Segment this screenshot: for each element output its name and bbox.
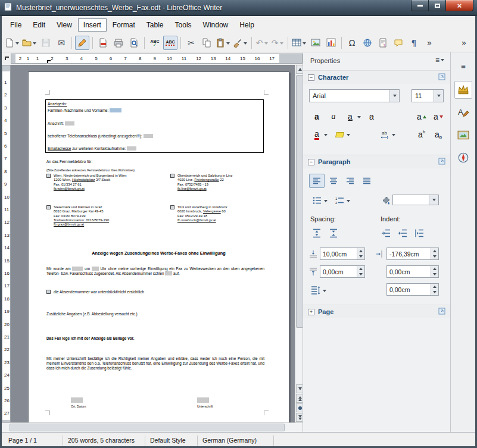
document-page[interactable]: Anzeigerin: Familien-/Nachname und Vorna…	[28, 71, 289, 422]
date-signature-field[interactable]	[71, 397, 83, 403]
checkbox[interactable]	[170, 174, 174, 178]
status-page-style[interactable]: Default Style	[145, 436, 198, 446]
close-button[interactable]: ×	[446, 0, 473, 11]
sidebar-panel-menu-button[interactable]: ≡	[435, 56, 444, 64]
font-color-button[interactable]: a	[309, 127, 329, 142]
print-preview-button[interactable]	[127, 36, 141, 50]
spin-up-button[interactable]	[431, 248, 438, 254]
redo-button[interactable]: ↷	[270, 36, 285, 50]
character-dialog-launcher[interactable]	[438, 73, 445, 82]
formatting-marks-button[interactable]: ¶	[407, 36, 421, 50]
italic-button[interactable]: a	[326, 109, 341, 124]
insert-hyperlink-button[interactable]	[360, 36, 375, 50]
grow-font-button[interactable]: a	[414, 109, 429, 124]
menu-table[interactable]: Table	[141, 18, 169, 32]
open-button[interactable]	[21, 36, 38, 50]
address-field[interactable]	[65, 121, 74, 126]
spin-up-button[interactable]	[431, 284, 438, 290]
auto-spellcheck-button[interactable]: ABC	[163, 36, 177, 50]
tab-properties[interactable]	[454, 81, 472, 99]
horizontal-ruler[interactable]: 211234567891011121314151617	[11, 54, 303, 64]
tab-gallery[interactable]	[454, 126, 472, 144]
phone-field[interactable]	[144, 134, 153, 138]
menu-window[interactable]: Window	[198, 18, 234, 32]
spinner-buttons[interactable]	[431, 266, 438, 277]
checkbox[interactable]	[170, 205, 174, 209]
decrease-indent-button[interactable]	[395, 226, 410, 240]
tab-navigator[interactable]	[454, 149, 472, 167]
font-name-dropdown-button[interactable]	[389, 90, 399, 102]
spinner-buttons[interactable]	[357, 266, 364, 277]
insert-special-character-button[interactable]: Ω	[345, 36, 359, 50]
insert-image-button[interactable]	[308, 36, 323, 50]
menu-view[interactable]: View	[51, 18, 77, 32]
signature-field[interactable]	[197, 397, 209, 403]
spin-down-button[interactable]	[357, 272, 364, 278]
underline-button[interactable]: a	[342, 109, 363, 124]
clone-formatting-button[interactable]	[232, 36, 248, 50]
checkbox[interactable]	[46, 205, 51, 209]
collapse-paragraph-button[interactable]: −	[308, 159, 314, 165]
background-color-dropdown-button[interactable]	[429, 195, 438, 205]
bold-button[interactable]: a	[309, 109, 325, 124]
paragraph-background-button[interactable]	[378, 193, 394, 208]
status-word-count[interactable]: 205 words, 5 characters	[63, 436, 145, 446]
align-right-button[interactable]	[342, 174, 358, 188]
spin-down-button[interactable]	[431, 254, 438, 260]
superscript-button[interactable]: ab	[414, 127, 429, 142]
hanging-indent-button[interactable]	[411, 226, 427, 240]
spinner-buttons[interactable]	[431, 248, 438, 259]
insert-comment-button[interactable]	[391, 36, 406, 50]
document-canvas[interactable]: Anzeigerin: Familien-/Nachname und Vorna…	[11, 65, 295, 422]
minimize-button[interactable]	[411, 0, 429, 11]
spin-down-button[interactable]	[357, 254, 364, 260]
tab-stop-marker[interactable]	[47, 60, 51, 63]
font-size-dropdown-button[interactable]	[434, 90, 443, 102]
title-bar[interactable]: Musterbrief_unerwuenschtes_Werbe_Fax.odt…	[0, 0, 477, 16]
office-email[interactable]: fb.wien@bmvit.gv.at	[54, 187, 126, 191]
before-text-indent-field[interactable]: -176,39cm	[386, 248, 439, 260]
time-field[interactable]	[92, 267, 99, 271]
align-center-button[interactable]	[326, 174, 341, 188]
tab-type-selector[interactable]	[2, 52, 11, 65]
new-document-button[interactable]	[4, 36, 20, 50]
menu-tools[interactable]: Tools	[170, 18, 197, 32]
page-dialog-launcher[interactable]	[438, 308, 445, 316]
menu-format[interactable]: Format	[107, 18, 141, 32]
highlight-color-button[interactable]	[332, 127, 352, 142]
subscript-button[interactable]: ab	[431, 127, 446, 142]
spin-down-button[interactable]	[431, 290, 438, 296]
menu-help[interactable]: Help	[234, 18, 260, 32]
maximize-button[interactable]	[429, 0, 446, 11]
office-email[interactable]: fb.linz@bmvit.gv.at	[177, 187, 232, 191]
name-field[interactable]	[110, 108, 121, 112]
strikethrough-button[interactable]: a	[364, 109, 379, 124]
menu-file[interactable]: File	[5, 18, 27, 32]
insert-footnote-button[interactable]: 1	[376, 36, 390, 50]
after-text-indent-field[interactable]: 0,00cm	[386, 265, 439, 278]
copy-button[interactable]	[199, 36, 214, 50]
align-justify-button[interactable]	[359, 174, 375, 188]
horizontal-scrollbar[interactable]	[2, 422, 303, 432]
decrease-spacing-button[interactable]	[326, 226, 341, 240]
tab-styles[interactable]: A	[454, 104, 472, 121]
horizontal-scrollbar-thumb[interactable]	[10, 424, 285, 431]
sender-number-field[interactable]	[165, 271, 172, 275]
expand-page-button[interactable]: +	[308, 309, 314, 315]
menu-edit[interactable]: Edit	[27, 18, 51, 32]
spin-up-button[interactable]	[431, 266, 438, 272]
email-field[interactable]	[127, 146, 136, 151]
undo-button[interactable]: ↶	[255, 36, 269, 50]
above-paragraph-spacing-field[interactable]: 10,00cm	[320, 248, 365, 260]
paragraph-dialog-launcher[interactable]	[438, 158, 445, 166]
menu-insert[interactable]: Insert	[78, 18, 107, 32]
insert-chart-button[interactable]	[324, 36, 338, 50]
spin-up-button[interactable]	[357, 266, 364, 272]
date-field[interactable]	[72, 267, 83, 271]
increase-spacing-button[interactable]	[309, 226, 325, 240]
status-language[interactable]: German (Germany)	[198, 436, 274, 446]
first-line-indent-field[interactable]: 0,00cm	[386, 283, 439, 296]
paste-button[interactable]	[215, 36, 231, 50]
align-left-button[interactable]	[309, 174, 325, 188]
export-pdf-button[interactable]	[96, 36, 110, 50]
